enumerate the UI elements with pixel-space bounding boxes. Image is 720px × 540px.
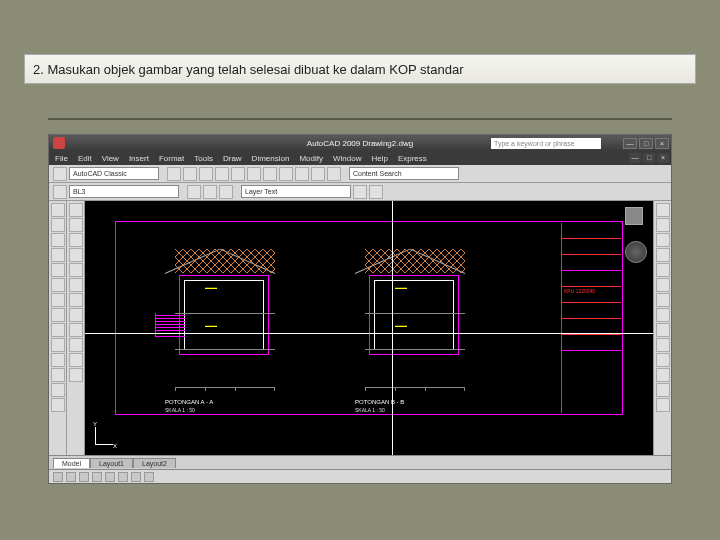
menu-draw[interactable]: Draw — [223, 154, 242, 163]
dim-radius-icon[interactable] — [69, 248, 83, 262]
mirror-icon[interactable] — [656, 233, 670, 247]
close-button[interactable]: × — [655, 138, 669, 149]
nav-wheel-icon[interactable] — [625, 241, 647, 263]
dim-baseline-icon[interactable] — [69, 308, 83, 322]
properties-icon[interactable] — [327, 167, 341, 181]
save-icon[interactable] — [183, 167, 197, 181]
polar-toggle[interactable] — [92, 472, 102, 482]
layer-freeze-icon[interactable] — [187, 185, 201, 199]
menu-express[interactable]: Express — [398, 154, 427, 163]
dim-continue-icon[interactable] — [69, 323, 83, 337]
leader-icon[interactable] — [69, 338, 83, 352]
text-icon[interactable] — [51, 338, 65, 352]
doc-maximize-button[interactable]: □ — [643, 153, 655, 163]
scale-icon[interactable] — [656, 308, 670, 322]
dim-linear-icon[interactable] — [69, 203, 83, 217]
grid-toggle[interactable] — [66, 472, 76, 482]
paste-icon[interactable] — [247, 167, 261, 181]
dim-angular-icon[interactable] — [69, 278, 83, 292]
redo-icon[interactable] — [279, 167, 293, 181]
print-icon[interactable] — [199, 167, 213, 181]
fillet-icon[interactable] — [656, 368, 670, 382]
menu-window[interactable]: Window — [333, 154, 361, 163]
drawing-canvas[interactable]: KPU 1220040 ▬▬▬ ▬▬▬ — [85, 201, 653, 455]
explode-icon[interactable] — [656, 398, 670, 412]
circle-icon[interactable] — [51, 278, 65, 292]
arc-icon[interactable] — [51, 263, 65, 277]
menu-dimension[interactable]: Dimension — [252, 154, 290, 163]
open-icon[interactable] — [167, 167, 181, 181]
dim-aligned-icon[interactable] — [69, 218, 83, 232]
hatch-icon[interactable] — [51, 323, 65, 337]
extend-icon[interactable] — [656, 353, 670, 367]
ellipse-icon[interactable] — [51, 308, 65, 322]
dim-ordinate-icon[interactable] — [69, 293, 83, 307]
center-mark-icon[interactable] — [69, 368, 83, 382]
block-icon[interactable] — [51, 398, 65, 412]
ortho-toggle[interactable] — [79, 472, 89, 482]
undo-icon[interactable] — [263, 167, 277, 181]
rotate-icon[interactable] — [656, 293, 670, 307]
tb-row — [562, 335, 621, 351]
spline-icon[interactable] — [51, 293, 65, 307]
menu-insert[interactable]: Insert — [129, 154, 149, 163]
menu-edit[interactable]: Edit — [78, 154, 92, 163]
layer-selector[interactable]: BL3 — [69, 185, 179, 198]
copy-icon[interactable] — [231, 167, 245, 181]
linetype-icon[interactable] — [353, 185, 367, 199]
polygon-icon[interactable] — [51, 233, 65, 247]
stretch-icon[interactable] — [656, 323, 670, 337]
dim-diameter-icon[interactable] — [69, 263, 83, 277]
doc-minimize-button[interactable]: — — [629, 153, 641, 163]
zoom-icon[interactable] — [311, 167, 325, 181]
layer-text-selector[interactable]: Layer Text — [241, 185, 351, 198]
trim-icon[interactable] — [656, 338, 670, 352]
new-icon[interactable] — [53, 167, 67, 181]
dim-arc-icon[interactable] — [69, 233, 83, 247]
crosshair-vertical — [392, 201, 393, 455]
line-icon[interactable] — [51, 203, 65, 217]
menu-view[interactable]: View — [102, 154, 119, 163]
tab-layout1[interactable]: Layout1 — [90, 458, 133, 468]
dyn-toggle[interactable] — [131, 472, 141, 482]
layer-lock-icon[interactable] — [203, 185, 217, 199]
layer-manager-icon[interactable] — [53, 185, 67, 199]
menu-modify[interactable]: Modify — [299, 154, 323, 163]
tab-layout2[interactable]: Layout2 — [133, 458, 176, 468]
workspace-selector[interactable]: AutoCAD Classic — [69, 167, 159, 180]
maximize-button[interactable]: □ — [639, 138, 653, 149]
menu-file[interactable]: File — [55, 154, 68, 163]
tab-model[interactable]: Model — [53, 458, 90, 468]
autocad-window: AutoCAD 2009 Drawing2.dwg Type a keyword… — [48, 134, 672, 484]
menu-tools[interactable]: Tools — [194, 154, 213, 163]
offset-icon[interactable] — [656, 248, 670, 262]
table-icon[interactable] — [51, 353, 65, 367]
point-icon[interactable] — [51, 368, 65, 382]
erase-icon[interactable] — [656, 203, 670, 217]
viewcube-icon[interactable] — [619, 205, 649, 235]
chamfer-icon[interactable] — [656, 383, 670, 397]
region-icon[interactable] — [51, 383, 65, 397]
menu-help[interactable]: Help — [371, 154, 387, 163]
minimize-button[interactable]: — — [623, 138, 637, 149]
move-icon[interactable] — [656, 278, 670, 292]
layer-color-icon[interactable] — [219, 185, 233, 199]
polyline-icon[interactable] — [51, 218, 65, 232]
tolerance-icon[interactable] — [69, 353, 83, 367]
array-icon[interactable] — [656, 263, 670, 277]
lineweight-icon[interactable] — [369, 185, 383, 199]
snap-toggle[interactable] — [53, 472, 63, 482]
copy-obj-icon[interactable] — [656, 218, 670, 232]
pan-icon[interactable] — [295, 167, 309, 181]
menu-format[interactable]: Format — [159, 154, 184, 163]
help-search-input[interactable]: Type a keyword or phrase — [491, 138, 601, 149]
cut-icon[interactable] — [215, 167, 229, 181]
osnap-toggle[interactable] — [105, 472, 115, 482]
divider — [48, 118, 672, 120]
tb-row: KPU 1220040 — [562, 287, 621, 303]
content-search-input[interactable]: Content Search — [349, 167, 459, 180]
otrack-toggle[interactable] — [118, 472, 128, 482]
lwt-toggle[interactable] — [144, 472, 154, 482]
rectangle-icon[interactable] — [51, 248, 65, 262]
doc-close-button[interactable]: × — [657, 153, 669, 163]
